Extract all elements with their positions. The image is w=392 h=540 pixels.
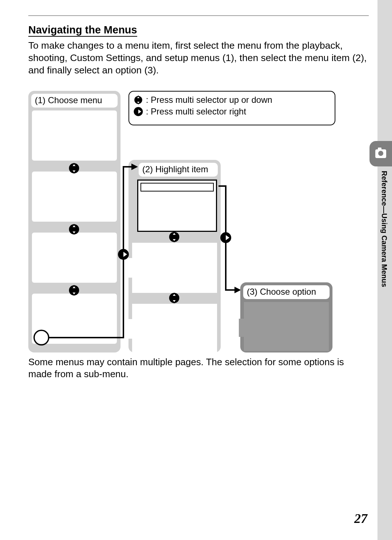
item-screen-1 — [137, 180, 217, 232]
manual-page: Navigating the Menus To make changes to … — [0, 0, 392, 540]
section-heading: Navigating the Menus — [28, 24, 137, 37]
legend-updown-text: : Press multi selector up or down — [146, 95, 272, 105]
svg-point-15 — [34, 330, 49, 345]
menu-screen-1 — [32, 110, 117, 161]
navigation-diagram: (1) Choose menu : Press multi selector u… — [28, 91, 336, 356]
item-screen-2 — [132, 243, 217, 293]
panel3-caption: (3) Choose option — [243, 285, 330, 299]
panel-choose-menu: (1) Choose menu — [28, 91, 121, 352]
svg-point-36 — [220, 232, 231, 243]
svg-marker-34 — [123, 252, 127, 257]
panel-highlight-item: (2) Highlight item — [128, 160, 221, 352]
updown-selector-icon — [168, 291, 181, 305]
intro-text: To make changes to a menu item, first se… — [28, 40, 369, 77]
page-number: 27 — [354, 511, 367, 526]
footer-text: Some menus may contain multiple pages. T… — [28, 356, 369, 380]
legend-box: : Press multi selector up or down : Pres… — [128, 91, 335, 125]
top-divider — [28, 15, 369, 16]
menu-screen-3 — [32, 233, 117, 283]
camera-icon — [375, 149, 386, 158]
side-section-label: Reference—Using Camera Menus — [381, 171, 388, 287]
option-screen — [244, 302, 329, 351]
right-selector-icon — [133, 106, 144, 117]
content-area: Navigating the Menus To make changes to … — [28, 15, 369, 77]
section-tab — [369, 141, 392, 166]
menu-screen-2 — [32, 172, 117, 222]
updown-selector-icon — [68, 284, 81, 297]
panel-choose-option: (3) Choose option — [240, 282, 332, 352]
updown-selector-icon — [168, 230, 181, 243]
tab-notch — [127, 319, 132, 339]
updown-selector-icon — [68, 162, 81, 175]
legend-right-text: : Press multi selector right — [146, 106, 246, 117]
panel1-caption: (1) Choose menu — [31, 94, 118, 108]
panel2-caption: (2) Highlight item — [139, 163, 218, 177]
svg-marker-37 — [226, 235, 229, 240]
legend-updown-row: : Press multi selector up or down — [133, 94, 331, 105]
highlighted-row-icon — [140, 183, 214, 192]
tab-notch — [127, 258, 132, 278]
tab-notch — [239, 319, 244, 337]
item-screen-3 — [132, 304, 217, 354]
legend-right-row: : Press multi selector right — [133, 106, 331, 117]
selector-ring-icon — [33, 329, 50, 346]
updown-selector-icon — [68, 223, 81, 236]
updown-selector-icon — [133, 94, 144, 105]
